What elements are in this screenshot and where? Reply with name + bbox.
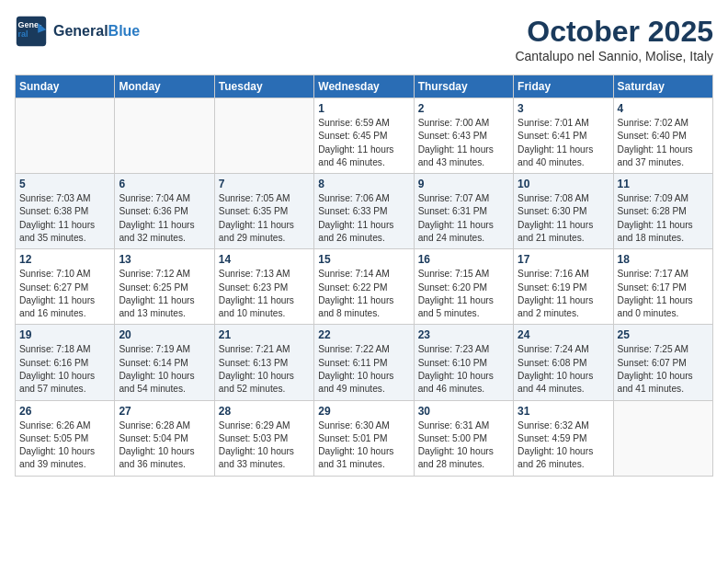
day-detail: Sunrise: 6:28 AM Sunset: 5:04 PM Dayligh… (119, 419, 210, 472)
day-number: 29 (318, 405, 409, 418)
day-number: 18 (618, 253, 709, 266)
day-number: 5 (19, 178, 110, 190)
calendar-cell: 8Sunrise: 7:06 AM Sunset: 6:33 PM Daylig… (314, 174, 414, 249)
weekday-header-tuesday: Tuesday (214, 75, 313, 98)
day-detail: Sunrise: 7:04 AM Sunset: 6:36 PM Dayligh… (119, 192, 210, 245)
day-detail: Sunrise: 7:02 AM Sunset: 6:40 PM Dayligh… (618, 117, 709, 169)
day-number: 31 (518, 405, 609, 418)
weekday-header-sunday: Sunday (16, 75, 115, 98)
day-number: 14 (219, 253, 310, 266)
calendar-cell: 14Sunrise: 7:13 AM Sunset: 6:23 PM Dayli… (214, 249, 313, 325)
calendar-cell: 20Sunrise: 7:19 AM Sunset: 6:14 PM Dayli… (115, 325, 214, 400)
day-detail: Sunrise: 6:26 AM Sunset: 5:05 PM Dayligh… (19, 419, 110, 472)
calendar-cell: 30Sunrise: 6:31 AM Sunset: 5:00 PM Dayli… (414, 400, 513, 476)
day-detail: Sunrise: 7:21 AM Sunset: 6:13 PM Dayligh… (219, 343, 310, 396)
day-number: 9 (418, 178, 509, 190)
day-detail: Sunrise: 7:22 AM Sunset: 6:11 PM Dayligh… (318, 343, 409, 396)
day-detail: Sunrise: 7:12 AM Sunset: 6:25 PM Dayligh… (119, 268, 210, 320)
weekday-header-saturday: Saturday (613, 75, 712, 98)
calendar-table: SundayMondayTuesdayWednesdayThursdayFrid… (15, 75, 713, 477)
day-number: 11 (618, 178, 709, 190)
day-number: 16 (418, 253, 509, 266)
calendar-cell: 11Sunrise: 7:09 AM Sunset: 6:28 PM Dayli… (613, 174, 712, 249)
day-number: 25 (618, 328, 709, 341)
calendar-week-row: 12Sunrise: 7:10 AM Sunset: 6:27 PM Dayli… (16, 249, 713, 325)
day-number: 26 (19, 405, 110, 418)
day-detail: Sunrise: 7:17 AM Sunset: 6:17 PM Dayligh… (618, 268, 709, 320)
calendar-cell: 3Sunrise: 7:01 AM Sunset: 6:41 PM Daylig… (514, 98, 613, 174)
day-number: 3 (518, 102, 609, 115)
day-detail: Sunrise: 6:29 AM Sunset: 5:03 PM Dayligh… (219, 419, 310, 472)
day-number: 21 (219, 328, 310, 341)
calendar-cell: 12Sunrise: 7:10 AM Sunset: 6:27 PM Dayli… (16, 249, 115, 325)
calendar-cell: 17Sunrise: 7:16 AM Sunset: 6:19 PM Dayli… (514, 249, 613, 325)
calendar-cell: 1Sunrise: 6:59 AM Sunset: 6:45 PM Daylig… (314, 98, 414, 174)
calendar-cell: 5Sunrise: 7:03 AM Sunset: 6:38 PM Daylig… (16, 174, 115, 249)
day-detail: Sunrise: 7:01 AM Sunset: 6:41 PM Dayligh… (518, 117, 609, 169)
calendar-cell: 16Sunrise: 7:15 AM Sunset: 6:20 PM Dayli… (414, 249, 513, 325)
day-detail: Sunrise: 6:31 AM Sunset: 5:00 PM Dayligh… (418, 419, 509, 472)
calendar-week-row: 26Sunrise: 6:26 AM Sunset: 5:05 PM Dayli… (16, 400, 713, 476)
calendar-cell: 15Sunrise: 7:14 AM Sunset: 6:22 PM Dayli… (314, 249, 414, 325)
calendar-cell: 2Sunrise: 7:00 AM Sunset: 6:43 PM Daylig… (414, 98, 513, 174)
title-block: October 2025 Cantalupo nel Sannio, Molis… (515, 15, 713, 63)
day-detail: Sunrise: 7:08 AM Sunset: 6:30 PM Dayligh… (518, 192, 609, 245)
calendar-cell: 28Sunrise: 6:29 AM Sunset: 5:03 PM Dayli… (214, 400, 313, 476)
location-subtitle: Cantalupo nel Sannio, Molise, Italy (515, 49, 713, 63)
calendar-cell: 29Sunrise: 6:30 AM Sunset: 5:01 PM Dayli… (314, 400, 414, 476)
calendar-week-row: 1Sunrise: 6:59 AM Sunset: 6:45 PM Daylig… (16, 98, 713, 174)
calendar-cell (214, 98, 313, 174)
weekday-header-monday: Monday (115, 75, 214, 98)
day-detail: Sunrise: 7:10 AM Sunset: 6:27 PM Dayligh… (19, 268, 110, 320)
calendar-cell: 18Sunrise: 7:17 AM Sunset: 6:17 PM Dayli… (613, 249, 712, 325)
calendar-cell: 24Sunrise: 7:24 AM Sunset: 6:08 PM Dayli… (514, 325, 613, 400)
calendar-week-row: 5Sunrise: 7:03 AM Sunset: 6:38 PM Daylig… (16, 174, 713, 249)
day-detail: Sunrise: 7:15 AM Sunset: 6:20 PM Dayligh… (418, 268, 509, 320)
calendar-cell (115, 98, 214, 174)
calendar-cell (613, 400, 712, 476)
calendar-cell: 4Sunrise: 7:02 AM Sunset: 6:40 PM Daylig… (613, 98, 712, 174)
calendar-cell: 23Sunrise: 7:23 AM Sunset: 6:10 PM Dayli… (414, 325, 513, 400)
day-detail: Sunrise: 7:03 AM Sunset: 6:38 PM Dayligh… (19, 192, 110, 245)
day-number: 12 (19, 253, 110, 266)
day-number: 8 (318, 178, 409, 190)
day-number: 17 (518, 253, 609, 266)
day-number: 6 (119, 178, 210, 190)
day-number: 15 (318, 253, 409, 266)
calendar-cell: 27Sunrise: 6:28 AM Sunset: 5:04 PM Dayli… (115, 400, 214, 476)
day-detail: Sunrise: 6:59 AM Sunset: 6:45 PM Dayligh… (318, 117, 409, 169)
calendar-cell: 10Sunrise: 7:08 AM Sunset: 6:30 PM Dayli… (514, 174, 613, 249)
day-number: 2 (418, 102, 509, 115)
day-detail: Sunrise: 7:19 AM Sunset: 6:14 PM Dayligh… (119, 343, 210, 396)
day-number: 20 (119, 328, 210, 341)
weekday-header-row: SundayMondayTuesdayWednesdayThursdayFrid… (16, 75, 713, 98)
day-detail: Sunrise: 7:16 AM Sunset: 6:19 PM Dayligh… (518, 268, 609, 320)
day-detail: Sunrise: 7:09 AM Sunset: 6:28 PM Dayligh… (618, 192, 709, 245)
day-detail: Sunrise: 7:23 AM Sunset: 6:10 PM Dayligh… (418, 343, 509, 396)
day-number: 30 (418, 405, 509, 418)
logo-icon: Gene- ral (15, 15, 48, 48)
day-number: 24 (518, 328, 609, 341)
weekday-header-wednesday: Wednesday (314, 75, 414, 98)
svg-text:ral: ral (18, 29, 28, 39)
day-detail: Sunrise: 7:13 AM Sunset: 6:23 PM Dayligh… (219, 268, 310, 320)
calendar-week-row: 19Sunrise: 7:18 AM Sunset: 6:16 PM Dayli… (16, 325, 713, 400)
calendar-cell: 26Sunrise: 6:26 AM Sunset: 5:05 PM Dayli… (16, 400, 115, 476)
day-detail: Sunrise: 7:24 AM Sunset: 6:08 PM Dayligh… (518, 343, 609, 396)
day-number: 4 (618, 102, 709, 115)
calendar-cell: 9Sunrise: 7:07 AM Sunset: 6:31 PM Daylig… (414, 174, 513, 249)
day-detail: Sunrise: 7:06 AM Sunset: 6:33 PM Dayligh… (318, 192, 409, 245)
weekday-header-thursday: Thursday (414, 75, 513, 98)
calendar-cell: 13Sunrise: 7:12 AM Sunset: 6:25 PM Dayli… (115, 249, 214, 325)
day-detail: Sunrise: 7:05 AM Sunset: 6:35 PM Dayligh… (219, 192, 310, 245)
day-detail: Sunrise: 7:25 AM Sunset: 6:07 PM Dayligh… (618, 343, 709, 396)
calendar-cell: 25Sunrise: 7:25 AM Sunset: 6:07 PM Dayli… (613, 325, 712, 400)
logo-text: GeneralBlue (53, 22, 140, 40)
calendar-cell: 6Sunrise: 7:04 AM Sunset: 6:36 PM Daylig… (115, 174, 214, 249)
day-number: 22 (318, 328, 409, 341)
logo: Gene- ral GeneralBlue (15, 15, 140, 48)
day-detail: Sunrise: 6:32 AM Sunset: 4:59 PM Dayligh… (518, 419, 609, 472)
day-number: 27 (119, 405, 210, 418)
day-detail: Sunrise: 7:07 AM Sunset: 6:31 PM Dayligh… (418, 192, 509, 245)
day-number: 28 (219, 405, 310, 418)
